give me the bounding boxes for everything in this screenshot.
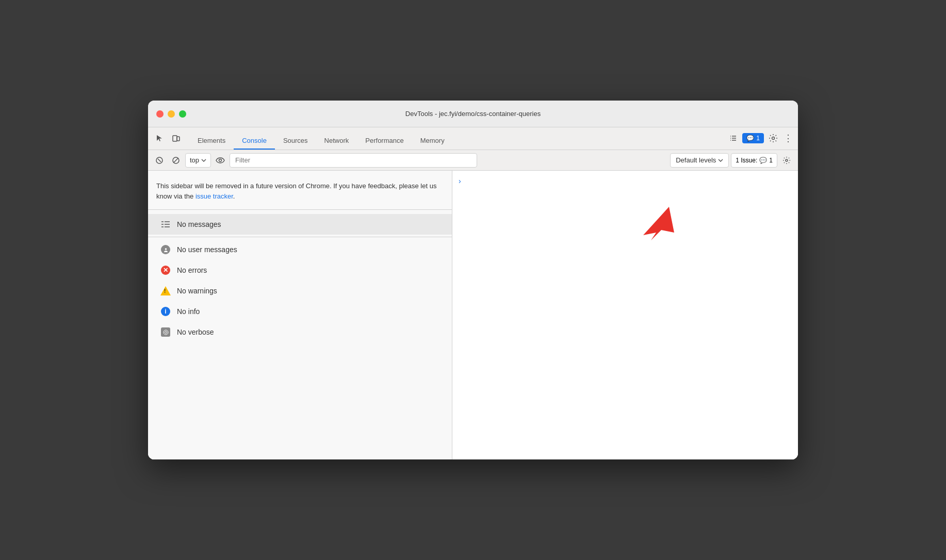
cursor-icon[interactable] [152,131,167,145]
device-toolbar-icon[interactable] [169,131,183,145]
traffic-lights [156,110,186,118]
svg-point-2 [772,137,775,140]
issue-badge[interactable]: 💬 1 [742,133,764,143]
sidebar-notice: This sidebar will be removed in a future… [148,171,452,210]
red-arrow-annotation [628,202,679,245]
tab-memory[interactable]: Memory [412,133,453,150]
issue-count-badge[interactable]: 1 Issue: 💬 1 [731,153,777,168]
svg-line-6 [174,158,178,162]
more-options-button[interactable]: ⋮ [782,133,794,144]
context-dropdown[interactable]: top [185,153,211,168]
filter-no-messages[interactable]: No messages [148,214,452,235]
live-expressions-button[interactable] [213,153,227,168]
list-icon [160,219,171,229]
svg-point-16 [164,330,168,335]
window-title: DevTools - jec.fyi/demo/css-container-qu… [405,110,541,118]
minimize-button[interactable] [168,110,175,118]
tab-bar-icons [152,131,189,150]
chat-icon: 💬 [746,135,754,142]
verbose-icon [160,327,171,337]
svg-point-8 [786,159,788,161]
title-bar: DevTools - jec.fyi/demo/css-container-qu… [148,101,798,127]
divider [148,237,452,237]
maximize-button[interactable] [179,110,186,118]
main-content: This sidebar will be removed in a future… [148,171,798,459]
svg-point-17 [165,331,167,333]
warning-icon: ! [160,286,171,296]
default-levels-dropdown[interactable]: Default levels [670,153,729,168]
tab-console[interactable]: Console [234,133,275,150]
console-settings-button[interactable] [779,153,794,168]
info-icon: i [160,306,171,317]
console-sidebar: This sidebar will be removed in a future… [148,171,452,459]
console-toolbar: top Default levels 1 Issue: 💬 1 [148,150,798,171]
svg-rect-1 [177,137,180,141]
block-icon[interactable] [169,153,183,168]
more-tabs-button[interactable] [726,131,740,145]
tab-sources[interactable]: Sources [275,133,316,150]
svg-rect-0 [173,136,177,141]
filter-no-warnings[interactable]: ! No warnings [148,281,452,301]
console-prompt-chevron[interactable]: › [456,175,794,187]
devtools-window: DevTools - jec.fyi/demo/css-container-qu… [148,101,798,459]
issue-tracker-link[interactable]: issue tracker [195,192,233,200]
tab-bar: Elements Console Sources Network Perform… [148,127,798,150]
close-button[interactable] [156,110,164,118]
svg-point-7 [219,159,222,161]
console-output: › [452,171,798,459]
tab-elements[interactable]: Elements [189,133,234,150]
filter-input[interactable] [230,153,477,168]
tab-bar-right: 💬 1 ⋮ [726,131,794,150]
user-circle-icon [160,244,171,255]
svg-line-4 [158,159,161,162]
message-filter-list: No messages No user messages [148,210,452,347]
chat-icon-sm: 💬 [759,157,767,164]
filter-no-info[interactable]: i No info [148,301,452,322]
clear-console-button[interactable] [152,153,167,168]
filter-no-user-messages[interactable]: No user messages [148,239,452,260]
tab-performance[interactable]: Performance [357,133,412,150]
svg-point-15 [165,248,167,250]
tab-network[interactable]: Network [316,133,357,150]
filter-no-errors[interactable]: ✕ No errors [148,260,452,281]
filter-no-verbose[interactable]: No verbose [148,322,452,342]
error-icon: ✕ [160,265,171,275]
settings-button[interactable] [766,131,780,145]
